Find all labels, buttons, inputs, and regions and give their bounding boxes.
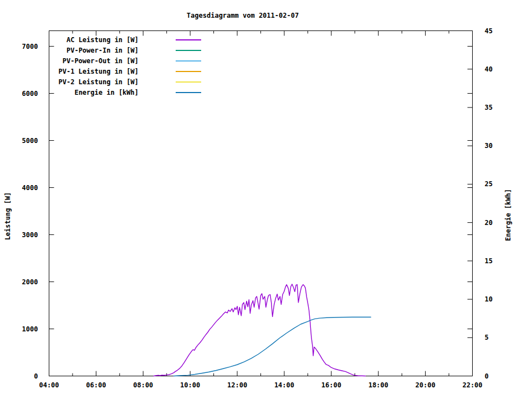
legend-label-pv_in: PV-Power-In in [W] <box>0 47 139 54</box>
legend: AC Leistung in [W]PV-Power-In in [W]PV-P… <box>0 0 532 399</box>
legend-line-pv_in <box>176 50 201 51</box>
legend-line-pv2 <box>176 81 201 83</box>
screen: 04:0006:0008:0010:0012:0014:0016:0018:00… <box>0 0 532 399</box>
legend-label-pv2: PV-2 Leistung in [W] <box>0 78 139 86</box>
legend-line-ac <box>176 39 201 40</box>
legend-label-pv1: PV-1 Leistung in [W] <box>0 68 139 75</box>
legend-line-pv1 <box>176 71 201 72</box>
legend-line-energie <box>176 92 201 93</box>
legend-label-ac: AC Leistung in [W] <box>0 36 139 44</box>
legend-label-pv_out: PV-Power-Out in [W] <box>0 57 139 65</box>
legend-line-pv_out <box>176 60 201 62</box>
legend-label-energie: Energie in [kWh] <box>0 89 139 96</box>
